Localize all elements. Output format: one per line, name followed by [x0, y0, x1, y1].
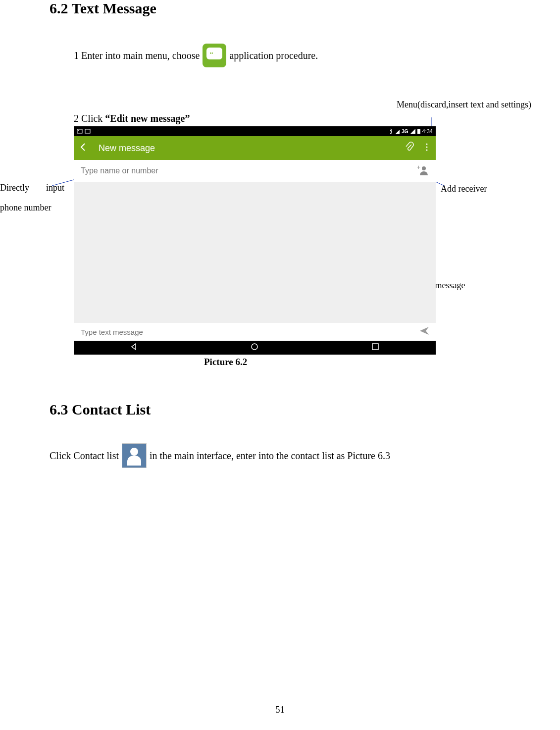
svg-point-15 — [426, 143, 428, 145]
recipient-input[interactable] — [80, 166, 417, 176]
status-time: 4:34 — [422, 128, 433, 134]
contact-list-line: Click Contact list in the main interface… — [50, 443, 390, 468]
svg-rect-8 — [77, 129, 82, 133]
step1-post: application procedure. — [229, 50, 318, 61]
message-body-area — [74, 182, 436, 323]
step1-pre: 1 Enter into main menu, choose — [74, 50, 200, 61]
heading-6-2: 6.2 Text Message — [50, 0, 156, 17]
step2-bold: “Edit new message” — [105, 113, 190, 124]
svg-rect-13 — [417, 129, 420, 134]
svg-rect-10 — [85, 129, 90, 133]
svg-point-17 — [426, 149, 428, 151]
appbar-title: New message — [99, 143, 396, 154]
svg-point-21 — [252, 344, 257, 350]
page: 6.2 Text Message 1 Enter into main menu,… — [0, 0, 560, 730]
screenshot-new-message: 3G 4:34 New message + — [74, 126, 436, 350]
status-bar: 3G 4:34 — [74, 126, 436, 136]
heading-6-3: 6.3 Contact List — [50, 401, 151, 418]
step-1: 1 Enter into main menu, choose •• applic… — [74, 44, 318, 67]
add-contact-button[interactable]: + — [417, 164, 430, 178]
step2-pre: 2 Click — [74, 113, 105, 124]
nav-home-button[interactable] — [250, 342, 259, 354]
signal-small-icon — [396, 129, 400, 134]
contacts-app-icon — [122, 443, 147, 468]
recipient-row: + — [74, 160, 436, 182]
page-number: 51 — [0, 705, 560, 715]
compose-row — [74, 323, 436, 341]
messaging-app-icon: •• — [203, 44, 226, 67]
app-bar: New message — [74, 136, 436, 160]
bluetooth-icon — [389, 128, 394, 134]
attach-button[interactable] — [404, 142, 415, 155]
photo-icon — [77, 128, 83, 134]
status-network: 3G — [402, 129, 408, 134]
svg-marker-20 — [420, 327, 429, 335]
step-2: 2 Click “Edit new message” — [74, 113, 190, 124]
callout-menu: Menu(discard,insert text and settings) — [397, 97, 560, 112]
svg-marker-11 — [396, 130, 400, 134]
back-button[interactable] — [79, 142, 89, 155]
figure-caption-6-2: Picture 6.2 — [204, 357, 247, 367]
nav-back-button[interactable] — [130, 342, 139, 354]
callout-input-number: Directly input phone number — [0, 178, 64, 217]
contact-line-pre: Click Contact list — [50, 450, 119, 462]
svg-point-9 — [78, 130, 79, 131]
signal-icon — [410, 129, 415, 134]
battery-icon — [417, 129, 420, 134]
status-right: 3G 4:34 — [389, 128, 433, 134]
nav-recents-button[interactable] — [371, 342, 380, 354]
compose-input[interactable] — [80, 327, 419, 337]
svg-rect-22 — [372, 344, 378, 350]
card-icon — [85, 128, 91, 134]
android-nav-bar — [74, 341, 436, 355]
svg-marker-12 — [410, 129, 415, 134]
svg-point-16 — [426, 146, 428, 148]
status-left — [77, 128, 91, 134]
svg-point-18 — [422, 166, 426, 170]
contact-line-post: in the main interface, enter into the co… — [150, 450, 390, 462]
svg-rect-14 — [418, 129, 419, 129]
overflow-menu-button[interactable] — [423, 142, 431, 155]
callout-add-receiver: Add receiver — [441, 181, 487, 197]
svg-text:+: + — [417, 164, 420, 171]
send-button[interactable] — [419, 325, 430, 339]
